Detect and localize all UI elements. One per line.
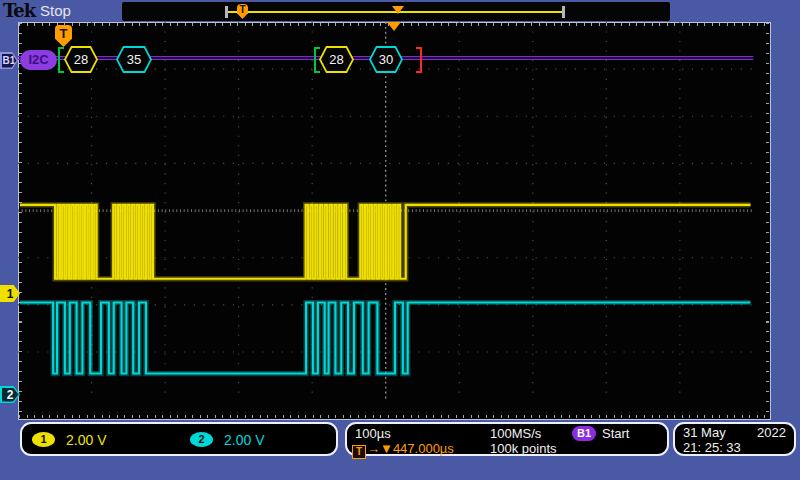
trigger-position-icon: T bbox=[237, 4, 248, 19]
acquisition-status: Stop bbox=[40, 2, 71, 19]
i2c-start-icon bbox=[58, 47, 64, 73]
i2c-address-frame: 28 bbox=[319, 46, 354, 73]
datetime-readout: 31 May 2022 21: 25: 33 bbox=[673, 422, 796, 456]
time-label: 21: 25: 33 bbox=[683, 440, 786, 455]
tek-logo: Tek bbox=[3, 0, 35, 21]
i2c-stop-icon bbox=[416, 47, 422, 73]
trigger-delay-readout: T→▼447.000µs bbox=[352, 441, 454, 459]
ch1-ground-marker[interactable]: 1 bbox=[0, 285, 20, 302]
window-bracket-right bbox=[562, 6, 565, 18]
year-label: 2022 bbox=[757, 425, 786, 440]
trigger-delay-value: 447.000µs bbox=[393, 441, 454, 456]
i2c-address-frame: 28 bbox=[64, 46, 98, 73]
ch1-badge[interactable]: 1 bbox=[32, 432, 55, 447]
date-label: 31 May bbox=[683, 425, 726, 440]
record-length: 100k points bbox=[490, 441, 557, 456]
i2c-data-frame: 30 bbox=[369, 46, 403, 73]
record-view-minimap[interactable]: T bbox=[122, 2, 670, 21]
ch2-scale: 2.00 V bbox=[224, 432, 264, 448]
bus-b1-label[interactable]: B1 bbox=[0, 52, 18, 69]
trigger-t-icon: T bbox=[352, 445, 366, 459]
horizontal-trigger-readout[interactable]: 100µs 100MS/s B1 Start T→▼447.000µs 100k… bbox=[345, 422, 669, 456]
triangle-down-icon: ▼ bbox=[380, 441, 393, 456]
i2c-data-frame: 35 bbox=[116, 46, 152, 73]
expansion-point-icon bbox=[392, 6, 404, 14]
arrow-right-icon: → bbox=[367, 441, 380, 456]
i2c-start-icon bbox=[314, 47, 320, 73]
trigger-source-badge: B1 bbox=[572, 426, 596, 441]
waveform-plot bbox=[18, 22, 771, 420]
sample-rate: 100MS/s bbox=[490, 426, 541, 441]
ch2-badge[interactable]: 2 bbox=[190, 432, 213, 447]
ch1-scale: 2.00 V bbox=[66, 432, 106, 448]
timebase-scale: 100µs bbox=[355, 426, 391, 441]
channel-scale-readout[interactable]: 1 2.00 V 2 2.00 V bbox=[20, 422, 338, 456]
trigger-mode: Start bbox=[602, 426, 629, 441]
ch2-ground-marker[interactable]: 2 bbox=[0, 386, 20, 403]
bus-protocol-tag[interactable]: I2C bbox=[20, 50, 57, 70]
center-expansion-icon bbox=[387, 22, 401, 31]
